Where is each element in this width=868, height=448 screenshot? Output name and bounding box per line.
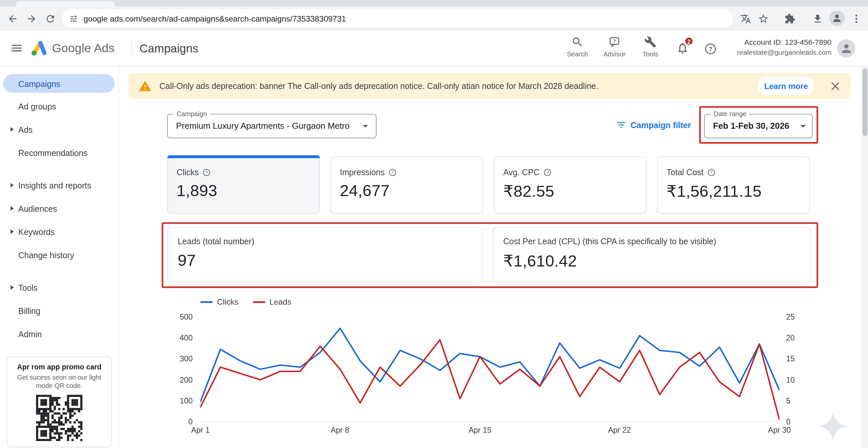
chart-legend: Clicks Leads bbox=[200, 297, 291, 306]
sidebar-item-recommendations[interactable]: Recommendations bbox=[3, 143, 115, 162]
dropdown-caret-icon bbox=[363, 125, 368, 128]
scrollbar-thumb[interactable] bbox=[862, 69, 867, 136]
nav-search[interactable]: Search bbox=[562, 36, 592, 62]
browser-tab-strip bbox=[0, 0, 868, 7]
svg-text:?: ? bbox=[205, 170, 208, 175]
browser-toolbar: google ads.com/search/ad-campaigns&searc… bbox=[0, 7, 868, 31]
google-ads-logo[interactable] bbox=[31, 40, 48, 56]
sidebar-item-campaigns[interactable]: Campaigns bbox=[3, 74, 115, 93]
x-axis-tick: Apr 30 bbox=[754, 426, 804, 435]
account-id: Account ID: 123-456-7890 bbox=[730, 37, 832, 48]
y-axis-left-tick: 500 bbox=[164, 312, 193, 321]
sidebar-item-admin[interactable]: Admin bbox=[3, 324, 115, 343]
y-axis-left-tick: 200 bbox=[164, 375, 193, 384]
expand-arrow-icon bbox=[11, 206, 14, 210]
product-name: Google Ads bbox=[52, 31, 115, 66]
browser-profile-avatar[interactable] bbox=[829, 11, 845, 26]
date-range-value: Feb 1-Feb 30, 2026 bbox=[713, 114, 789, 138]
sidebar-item-tools[interactable]: Tools bbox=[3, 278, 115, 297]
account-avatar[interactable] bbox=[837, 39, 856, 58]
metric-card-impressions[interactable]: Impressions ? 24,677 bbox=[330, 156, 483, 214]
metric-value: ₹1,610.42 bbox=[503, 251, 801, 271]
back-icon bbox=[7, 13, 18, 24]
y-axis-left-tick: 0 bbox=[164, 417, 193, 426]
qr-code bbox=[36, 394, 83, 441]
reload-button[interactable] bbox=[43, 12, 58, 26]
kebab-menu-icon bbox=[851, 13, 862, 24]
svg-text:?: ? bbox=[709, 45, 712, 53]
forward-icon bbox=[26, 13, 37, 24]
sidebar-item-audiences[interactable]: Audiences bbox=[3, 199, 115, 218]
sidebar: Campaigns Ad groups Ads Recommendations … bbox=[0, 66, 119, 448]
page-title: Campaigns bbox=[140, 31, 198, 66]
sidebar-item-keywords[interactable]: Keywords bbox=[3, 222, 115, 241]
y-axis-left-tick: 300 bbox=[164, 354, 193, 364]
campaign-select[interactable]: Campaign Premium Luxury Apartments - Gur… bbox=[167, 114, 376, 138]
bookmark-button[interactable] bbox=[756, 12, 770, 26]
svg-text:?: ? bbox=[710, 170, 712, 175]
x-axis-tick: Apr 15 bbox=[455, 426, 505, 435]
metric-value: 97 bbox=[178, 251, 472, 270]
nav-advisor[interactable]: ? Advisor bbox=[598, 36, 631, 62]
help-circle-icon[interactable]: ? bbox=[543, 168, 551, 176]
campaign-filter-button[interactable]: Campaign filter bbox=[615, 119, 691, 130]
expand-arrow-icon bbox=[11, 285, 14, 290]
translate-icon bbox=[740, 13, 751, 24]
metric-card-leads[interactable]: Leads (total number) 97 bbox=[167, 227, 483, 283]
metric-card-avg-cpc[interactable]: Avg. CPC ? ₹82.55 bbox=[494, 156, 647, 214]
translate-button[interactable] bbox=[738, 12, 753, 26]
y-axis-left-tick: 400 bbox=[164, 333, 193, 342]
sidebar-item-change-history[interactable]: Change history bbox=[3, 246, 115, 265]
performance-line-chart[interactable] bbox=[200, 312, 779, 423]
sidebar-item-insights-and-reports[interactable]: Insights and reports bbox=[3, 176, 115, 195]
metric-card-cost-per-lead[interactable]: Cost Per Lead (CPL) (this CPA is specifi… bbox=[493, 227, 811, 283]
main-menu-button[interactable] bbox=[10, 41, 23, 55]
browser-tab[interactable] bbox=[16, 1, 115, 7]
svg-text:?: ? bbox=[391, 170, 394, 175]
site-info-icon[interactable] bbox=[69, 14, 78, 23]
svg-text:?: ? bbox=[613, 38, 616, 44]
banner-close-button[interactable] bbox=[828, 78, 843, 94]
date-range-select[interactable]: Date range Feb 1-Feb 30, 2026 bbox=[704, 114, 812, 138]
filter-icon bbox=[615, 119, 626, 130]
metric-card-clicks[interactable]: Clicks ? 1,893 bbox=[167, 156, 320, 214]
extensions-icon bbox=[784, 13, 795, 24]
help-circle-icon[interactable]: ? bbox=[203, 168, 210, 176]
browser-menu-button[interactable] bbox=[849, 12, 863, 26]
downloads-button[interactable] bbox=[810, 12, 825, 26]
metric-value: ₹82.55 bbox=[503, 182, 637, 201]
y-axis-right-tick: 25 bbox=[786, 312, 808, 321]
scrollbar-track[interactable] bbox=[861, 66, 868, 448]
sidebar-item-ads[interactable]: Ads bbox=[3, 120, 115, 139]
y-axis-right-tick: 0 bbox=[786, 417, 808, 426]
extensions-button[interactable] bbox=[783, 12, 797, 26]
legend-leads[interactable]: Leads bbox=[253, 297, 291, 306]
forward-button[interactable] bbox=[24, 12, 38, 26]
search-icon bbox=[571, 36, 584, 48]
hamburger-icon bbox=[10, 41, 23, 55]
help-circle-icon[interactable]: ? bbox=[707, 168, 715, 176]
svg-text:?: ? bbox=[546, 170, 548, 175]
help-button[interactable]: ? bbox=[704, 42, 717, 55]
expand-arrow-icon bbox=[11, 127, 14, 131]
url-bar[interactable]: google ads.com/search/ad-campaigns&searc… bbox=[62, 9, 733, 28]
header-divider bbox=[131, 41, 132, 57]
account-email: realestate@gurgaonleads.com bbox=[730, 47, 832, 58]
legend-clicks[interactable]: Clicks bbox=[200, 297, 238, 306]
nav-tools[interactable]: Tools bbox=[637, 36, 664, 62]
expand-arrow-icon bbox=[11, 183, 14, 187]
promo-subtitle: Get sucess seon on our light mode QR cod… bbox=[12, 374, 106, 390]
help-icon: ? bbox=[704, 42, 717, 55]
promo-title: Apr rom app promo card bbox=[12, 363, 106, 372]
person-icon bbox=[832, 12, 842, 24]
sidebar-item-billing[interactable]: Billing bbox=[3, 301, 115, 320]
learn-more-button[interactable]: Learn more bbox=[758, 77, 814, 95]
help-circle-icon[interactable]: ? bbox=[389, 168, 396, 176]
warning-icon bbox=[138, 79, 152, 93]
back-button[interactable] bbox=[6, 12, 20, 26]
notification-badge: 2 bbox=[684, 36, 693, 46]
sparkle-icon bbox=[818, 411, 848, 441]
sidebar-item-ad-groups[interactable]: Ad groups bbox=[3, 97, 115, 116]
metric-card-total-cost[interactable]: Total Cost ? ₹1,56,211.15 bbox=[657, 156, 810, 214]
metric-value: 24,677 bbox=[340, 182, 474, 200]
